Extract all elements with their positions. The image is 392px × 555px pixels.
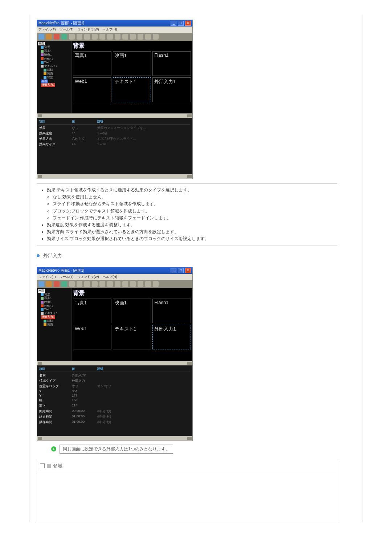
tool-icon[interactable]	[38, 34, 44, 40]
menu-window[interactable]: ウィンドウ(W)	[77, 275, 99, 279]
tool-icon[interactable]	[92, 34, 98, 40]
tool-icon[interactable]	[153, 34, 159, 40]
minimize-icon[interactable]: _	[171, 268, 176, 273]
tool-icon[interactable]	[122, 34, 128, 40]
tree-item[interactable]: 写真1	[44, 296, 52, 300]
tool-icon[interactable]	[130, 281, 136, 287]
tool-icon[interactable]	[99, 34, 105, 40]
region-tile-external-selected[interactable]: 外部入力1	[152, 325, 191, 349]
tree-item[interactable]: Web1	[44, 308, 52, 311]
maximize-icon[interactable]: □	[178, 21, 184, 26]
window-title: MagicNetPro 画面1 - [画面1]	[38, 268, 84, 273]
region-tile-text-selected[interactable]: テキスト1	[113, 77, 151, 102]
properties-panel: 項目 値 説明 名前外部入力1 領域タイプ外部入力 位置をロックオフオン/オフ …	[37, 365, 192, 436]
menu-help[interactable]: ヘルプ(H)	[103, 275, 117, 279]
tree-item[interactable]: Flash1	[44, 304, 53, 307]
tool-icon[interactable]	[69, 34, 75, 40]
section-area-block: 領域	[37, 461, 337, 522]
app-screenshot-2: MagicNetPro 画面1 - [画面1] _ □ × ファイル(F) ツー…	[37, 267, 193, 441]
app-screenshot-1: MagicNetPro 画面1 - [画面1] _ □ × ファイル(F) ツー…	[37, 20, 193, 179]
region-tile-web[interactable]: Web1	[73, 77, 111, 102]
tree-item[interactable]: 背景	[44, 293, 50, 296]
tool-icon[interactable]	[107, 281, 113, 287]
prop-row: Y177	[39, 393, 190, 398]
region-tile-flash[interactable]: Flash1	[152, 51, 191, 76]
region-tile-text[interactable]: テキスト1	[113, 325, 151, 349]
tree-item[interactable]: Web1	[44, 61, 52, 64]
tree-item[interactable]: 画面	[47, 323, 53, 326]
tree-item[interactable]: 横幅	[47, 319, 53, 323]
tool-icon[interactable]	[115, 34, 121, 40]
tree-root[interactable]: 画面	[38, 289, 45, 293]
tree-root[interactable]: 画面	[38, 42, 45, 45]
tool-icon[interactable]	[99, 281, 105, 287]
close-icon[interactable]: ×	[185, 268, 191, 273]
menu-help[interactable]: ヘルプ(H)	[103, 28, 117, 31]
tree-item[interactable]: 画面	[47, 72, 53, 75]
list-item: 効果:テキスト領域を作成するときに適用する効果のタイプを選択します。	[47, 187, 336, 194]
tree-item[interactable]: 映像1	[44, 300, 52, 304]
menu-file[interactable]: ファイル(F)	[38, 275, 56, 279]
region-tile-photo[interactable]: 写真1	[73, 51, 111, 76]
maximize-icon[interactable]: □	[178, 268, 184, 273]
tree-item-external[interactable]: 外部入力1	[41, 83, 55, 87]
tool-icon[interactable]	[69, 281, 75, 287]
toolbar	[37, 33, 192, 41]
tool-icon[interactable]	[54, 34, 60, 40]
menu-tools[interactable]: ツール(T)	[60, 28, 74, 31]
tool-icon[interactable]	[92, 281, 98, 287]
tool-icon[interactable]	[153, 281, 159, 287]
note-text: 同じ画面に設定できる外部入力は1つのみとなります。	[60, 445, 173, 454]
tool-icon[interactable]	[77, 281, 82, 287]
tool-icon[interactable]	[77, 34, 82, 40]
tool-icon[interactable]	[138, 34, 143, 40]
tree-item[interactable]: テキスト1	[44, 64, 57, 68]
canvas-scrollbar[interactable]	[37, 361, 192, 365]
tool-icon[interactable]	[61, 281, 67, 287]
region-tile-movie[interactable]: 映画1	[113, 299, 151, 323]
tool-icon[interactable]	[54, 281, 60, 287]
tool-icon[interactable]	[138, 281, 143, 287]
tree-item[interactable]: テキスト1	[44, 312, 57, 315]
tool-icon[interactable]	[38, 281, 44, 287]
window-titlebar: MagicNetPro 画面1 - [画面1] _ □ ×	[37, 267, 192, 274]
checkbox-icon[interactable]	[40, 463, 45, 468]
tree-item[interactable]: 写真1	[44, 49, 52, 53]
minimize-icon[interactable]: _	[171, 21, 176, 26]
list-item: 効果速度:効果を作成する速度を調整します。	[47, 222, 336, 228]
close-icon[interactable]: ×	[185, 21, 191, 26]
tool-icon[interactable]	[107, 34, 113, 40]
section-body-empty	[37, 471, 337, 522]
region-tile-movie[interactable]: 映画1	[113, 51, 151, 76]
props-scrollbar[interactable]	[37, 436, 192, 441]
prop-row: 名前外部入力1	[39, 373, 190, 378]
tree-item[interactable]: Flash1	[44, 57, 53, 60]
menu-tools[interactable]: ツール(T)	[60, 275, 74, 279]
tree-item[interactable]: 横幅	[47, 68, 53, 72]
region-tile-external[interactable]: 外部入力1	[152, 77, 191, 102]
tool-icon[interactable]	[84, 281, 90, 287]
tree-item[interactable]: 背景	[47, 76, 53, 79]
tool-icon[interactable]	[145, 34, 151, 40]
tool-icon[interactable]	[46, 34, 52, 40]
tool-icon[interactable]	[84, 34, 90, 40]
region-tile-web[interactable]: Web1	[73, 325, 111, 349]
tool-icon[interactable]	[61, 34, 67, 40]
menu-file[interactable]: ファイル(F)	[38, 28, 56, 31]
tree-item-external-selected[interactable]: 外部入力1	[41, 315, 55, 319]
tool-icon[interactable]	[145, 281, 151, 287]
tree-item[interactable]: 背景	[44, 45, 50, 49]
tool-icon[interactable]	[115, 281, 121, 287]
menu-window[interactable]: ウィンドウ(W)	[77, 28, 99, 31]
tree-item-selected[interactable]: 画面	[41, 80, 48, 83]
region-tile-photo[interactable]: 写真1	[73, 299, 111, 323]
prop-row: 効果サイズ161～16	[39, 142, 190, 147]
tree-item[interactable]: 映像1	[44, 53, 52, 56]
prop-row: 終止時間01:00:00(時:分:秒)	[39, 414, 190, 420]
props-scrollbar[interactable]	[37, 174, 192, 179]
canvas-scrollbar[interactable]	[37, 113, 192, 118]
tool-icon[interactable]	[46, 281, 52, 287]
region-tile-flash[interactable]: Flash1	[152, 299, 191, 323]
tool-icon[interactable]	[122, 281, 128, 287]
tool-icon[interactable]	[130, 34, 136, 40]
